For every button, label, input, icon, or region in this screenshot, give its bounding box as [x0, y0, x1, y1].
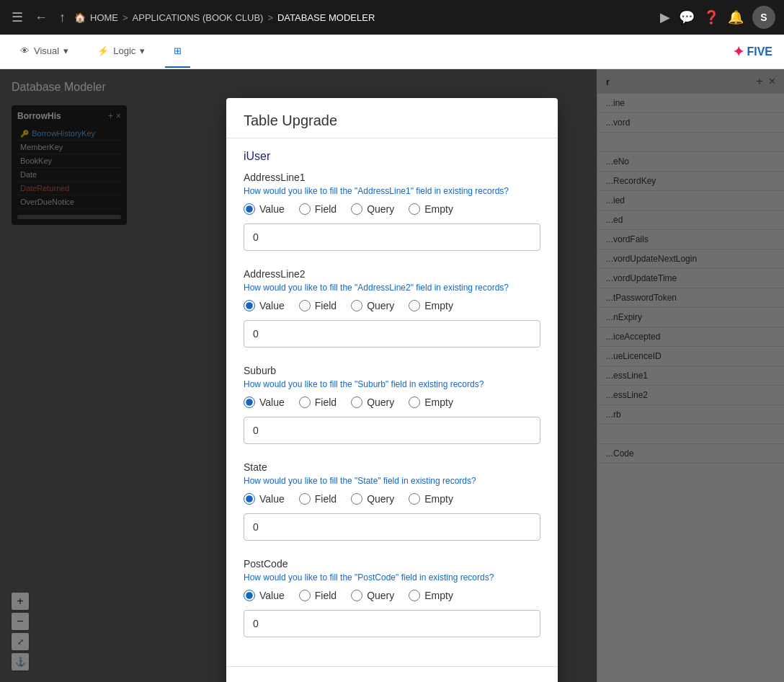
breadcrumb: 🏠 HOME > APPLICATIONS (BOOK CLUB) > DATA…	[74, 12, 375, 23]
tab-logic-label: Logic	[113, 45, 135, 56]
five-logo-icon: ✦	[732, 43, 745, 61]
radio-query-postcode[interactable]: Query	[351, 590, 394, 601]
field-group-addressline1: AddressLine1 How would you like to fill …	[244, 172, 540, 251]
avatar[interactable]: S	[752, 6, 775, 29]
field-label-addressline2: AddressLine2	[244, 268, 540, 280]
modal-footer: CANCEL SAVE	[226, 666, 558, 682]
cancel-button[interactable]: CANCEL	[422, 678, 484, 682]
field-label-state: State	[244, 461, 540, 473]
radio-empty-addressline1[interactable]: Empty	[409, 203, 453, 215]
radio-value-suburb[interactable]: Value	[244, 397, 285, 408]
breadcrumb-app[interactable]: APPLICATIONS (BOOK CLUB)	[133, 12, 264, 23]
home-icon: 🏠	[74, 12, 86, 23]
modal-title: Table Upgrade	[244, 112, 540, 129]
tab-visual[interactable]: 👁 Visual ▾	[12, 35, 77, 68]
radio-field-addressline2[interactable]: Field	[299, 300, 337, 311]
five-logo: ✦ FIVE	[732, 43, 772, 61]
radio-field-postcode[interactable]: Field	[299, 590, 337, 601]
radio-value-addressline1[interactable]: Value	[244, 203, 285, 215]
radio-empty-suburb[interactable]: Empty	[409, 397, 453, 408]
field-group-suburb: Suburb How would you like to fill the "S…	[244, 365, 540, 444]
radio-group-state: Value Field Query Empty	[244, 493, 540, 505]
radio-empty-state[interactable]: Empty	[409, 493, 453, 505]
input-state[interactable]	[244, 513, 540, 541]
field-question-postcode: How would you like to fill the "PostCode…	[244, 572, 540, 583]
tab-visual-label: Visual	[34, 45, 59, 56]
help-icon[interactable]: ❓	[703, 9, 719, 25]
five-logo-text: FIVE	[747, 45, 772, 58]
radio-query-addressline2[interactable]: Query	[351, 300, 394, 311]
tab-db[interactable]: ⊞	[165, 35, 190, 68]
field-question-addressline1: How would you like to fill the "AddressL…	[244, 186, 540, 196]
visual-chevron: ▾	[63, 45, 68, 56]
radio-empty-postcode[interactable]: Empty	[409, 590, 453, 601]
top-navigation-bar: ☰ ← ↑ 🏠 HOME > APPLICATIONS (BOOK CLUB) …	[0, 0, 784, 35]
radio-group-suburb: Value Field Query Empty	[244, 397, 540, 408]
top-bar-left: ☰ ← ↑ 🏠 HOME > APPLICATIONS (BOOK CLUB) …	[9, 6, 654, 28]
tab-logic[interactable]: ⚡ Logic ▾	[89, 35, 153, 68]
chat-icon[interactable]: 💬	[679, 9, 695, 25]
radio-query-state[interactable]: Query	[351, 493, 394, 505]
breadcrumb-sep1: >	[122, 12, 128, 23]
field-label-suburb: Suburb	[244, 365, 540, 376]
field-question-state: How would you like to fill the "State" f…	[244, 476, 540, 486]
db-icon: ⊞	[174, 45, 182, 56]
save-button[interactable]: SAVE	[495, 678, 540, 682]
input-suburb[interactable]	[244, 417, 540, 444]
breadcrumb-home[interactable]: HOME	[90, 12, 118, 23]
radio-value-state[interactable]: Value	[244, 493, 285, 505]
radio-field-suburb[interactable]: Field	[299, 397, 337, 408]
field-question-suburb: How would you like to fill the "Suburb" …	[244, 379, 540, 389]
visual-icon: 👁	[20, 45, 30, 56]
logic-icon: ⚡	[97, 45, 109, 56]
radio-group-addressline2: Value Field Query Empty	[244, 300, 540, 311]
menu-icon[interactable]: ☰	[9, 6, 26, 28]
secondary-toolbar: 👁 Visual ▾ ⚡ Logic ▾ ⊞ ✦ FIVE	[0, 35, 784, 69]
field-group-state: State How would you like to fill the "St…	[244, 461, 540, 541]
radio-group-postcode: Value Field Query Empty	[244, 590, 540, 601]
main-content: Database Modeler BorrowHis + × 🔑 BorrowH…	[0, 69, 784, 682]
radio-query-addressline1[interactable]: Query	[351, 203, 394, 215]
input-postcode[interactable]	[244, 610, 540, 637]
radio-field-state[interactable]: Field	[299, 493, 337, 505]
top-bar-right: ▶ 💬 ❓ 🔔 S	[660, 6, 775, 29]
up-icon[interactable]: ↑	[56, 7, 68, 28]
field-label-addressline1: AddressLine1	[244, 172, 540, 183]
toolbar-tabs: 👁 Visual ▾ ⚡ Logic ▾ ⊞	[12, 35, 732, 68]
radio-empty-addressline2[interactable]: Empty	[409, 300, 453, 311]
radio-query-suburb[interactable]: Query	[351, 397, 394, 408]
radio-group-addressline1: Value Field Query Empty	[244, 203, 540, 215]
table-upgrade-modal: Table Upgrade iUser AddressLine1 How wou…	[226, 98, 558, 682]
radio-value-addressline2[interactable]: Value	[244, 300, 285, 311]
back-icon[interactable]: ←	[32, 7, 50, 28]
field-group-postcode: PostCode How would you like to fill the …	[244, 558, 540, 637]
modal-header: Table Upgrade	[226, 98, 558, 138]
breadcrumb-sep2: >	[267, 12, 273, 23]
modal-body: iUser AddressLine1 How would you like to…	[226, 138, 558, 666]
field-question-addressline2: How would you like to fill the "AddressL…	[244, 283, 540, 293]
breadcrumb-page[interactable]: DATABASE MODELER	[277, 12, 375, 23]
input-addressline1[interactable]	[244, 223, 540, 251]
field-label-postcode: PostCode	[244, 558, 540, 570]
radio-field-addressline1[interactable]: Field	[299, 203, 337, 215]
play-icon[interactable]: ▶	[660, 9, 670, 25]
radio-value-postcode[interactable]: Value	[244, 590, 285, 601]
bell-icon[interactable]: 🔔	[728, 9, 744, 25]
logic-chevron: ▾	[140, 45, 145, 56]
section-name: iUser	[244, 150, 540, 163]
input-addressline2[interactable]	[244, 320, 540, 347]
field-group-addressline2: AddressLine2 How would you like to fill …	[244, 268, 540, 347]
